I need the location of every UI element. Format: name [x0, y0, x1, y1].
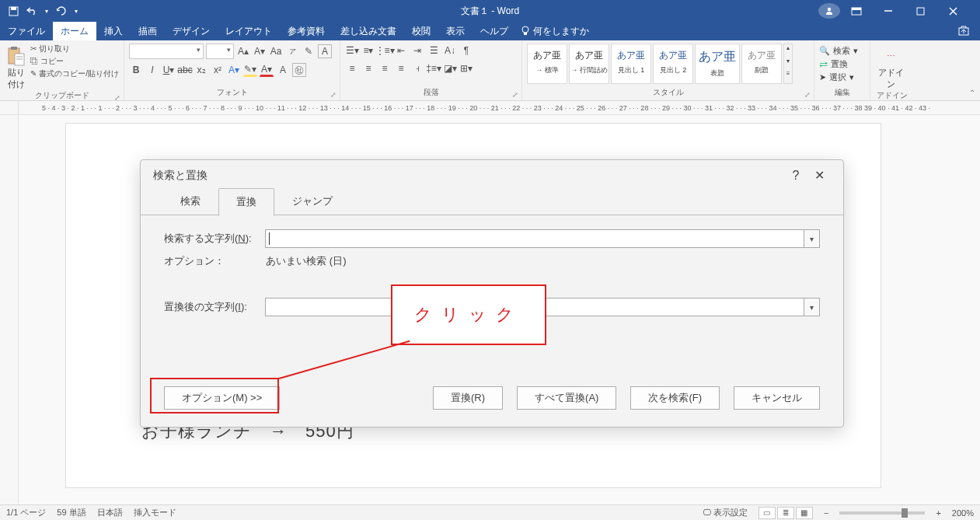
style-subtitle[interactable]: あア亜副題 [741, 44, 782, 84]
print-view-icon[interactable]: ≣ [777, 507, 794, 519]
highlight-icon[interactable]: ✎▾ [243, 63, 257, 77]
style-more-icon[interactable]: ≡ [784, 70, 792, 83]
shading-icon[interactable]: ◪▾ [443, 61, 457, 75]
vertical-ruler[interactable] [0, 115, 19, 504]
text-direction-icon[interactable]: ☰ [427, 44, 441, 58]
italic-icon[interactable]: I [145, 63, 159, 77]
replace-all-button[interactable]: すべて置換(A) [517, 386, 616, 410]
share-button[interactable] [947, 22, 980, 40]
qat-customize-icon[interactable]: ▾ [75, 8, 78, 15]
tab-file[interactable]: ファイル [0, 22, 53, 40]
tab-insert[interactable]: 挿入 [96, 22, 131, 40]
dialog-launcher-icon[interactable]: ⤢ [330, 91, 337, 99]
ribbon-display-icon[interactable] [851, 7, 873, 16]
change-case-icon[interactable]: Aa [269, 44, 283, 58]
tab-help[interactable]: ヘルプ [473, 22, 516, 40]
dialog-launcher-icon[interactable]: ⤢ [512, 91, 518, 99]
align-left-icon[interactable]: ≡ [345, 61, 359, 75]
zoom-out-icon[interactable]: − [824, 508, 828, 518]
tab-draw[interactable]: 描画 [131, 22, 165, 40]
dialog-tab-goto[interactable]: ジャンプ [274, 187, 350, 215]
increase-font-icon[interactable]: A▴ [236, 44, 250, 58]
save-icon[interactable] [8, 5, 19, 16]
format-painter-button[interactable]: ✎ 書式のコピー/貼り付け [30, 68, 119, 79]
collapse-ribbon-icon[interactable]: ⌃ [969, 89, 975, 97]
find-next-button[interactable]: 次を検索(F) [630, 386, 720, 410]
char-border-icon[interactable]: A [318, 44, 332, 58]
char-shading-icon[interactable]: A [276, 63, 290, 77]
word-count[interactable]: 59 単語 [57, 507, 85, 518]
distribute-icon[interactable]: ⫞ [410, 61, 424, 75]
copy-button[interactable]: ⿻ コピー [30, 56, 119, 67]
phonetic-guide-icon[interactable]: ア [285, 44, 299, 58]
increase-indent-icon[interactable]: ⇥ [410, 44, 424, 58]
select-button[interactable]: ➤選択 ▾ [819, 72, 858, 83]
page-count[interactable]: 1/1 ページ [6, 507, 46, 518]
zoom-level[interactable]: 200% [952, 508, 974, 518]
minimize-icon[interactable] [884, 6, 905, 16]
style-down-icon[interactable]: ▾ [784, 58, 792, 71]
close-icon[interactable]: ✕ [807, 168, 831, 183]
web-view-icon[interactable]: ▦ [796, 507, 813, 519]
replace-button[interactable]: ⮂置換 [819, 58, 858, 70]
horizontal-ruler[interactable]: 5 · 4 · 3 · 2 · 1 · · · 1 · · · 2 · · · … [19, 101, 980, 114]
zoom-in-icon[interactable]: + [936, 508, 940, 518]
tab-design[interactable]: デザイン [165, 22, 218, 40]
font-name-combo[interactable] [129, 44, 204, 59]
zoom-slider[interactable] [839, 511, 925, 515]
style-heading2[interactable]: あア亜見出し 2 [653, 44, 693, 84]
font-size-combo[interactable] [206, 44, 234, 59]
bold-icon[interactable]: B [129, 63, 143, 77]
multilist-icon[interactable]: ⋮≡▾ [378, 44, 392, 58]
superscript-icon[interactable]: x² [211, 63, 225, 77]
find-button[interactable]: 🔍検索 ▾ [819, 45, 858, 57]
dialog-tab-find[interactable]: 検索 [162, 187, 218, 215]
strike-icon[interactable]: abc [178, 63, 192, 77]
decrease-font-icon[interactable]: A▾ [253, 44, 267, 58]
tab-references[interactable]: 参考資料 [280, 22, 333, 40]
insert-mode[interactable]: 挿入モード [134, 507, 176, 518]
enclose-char-icon[interactable]: ㊓ [292, 63, 306, 77]
tab-review[interactable]: 校閲 [404, 22, 438, 40]
close-icon[interactable] [949, 7, 971, 16]
style-heading1[interactable]: あア亜見出し 1 [611, 44, 651, 84]
style-normal[interactable]: あア亜→ 標準 [527, 44, 567, 84]
line-spacing-icon[interactable]: ‡≡▾ [427, 61, 441, 75]
cut-button[interactable]: ✂ 切り取り [30, 44, 119, 54]
help-icon[interactable]: ? [784, 169, 807, 183]
tab-mailings[interactable]: 差し込み文書 [333, 22, 404, 40]
dialog-tab-replace[interactable]: 置換 [218, 188, 274, 216]
bullets-icon[interactable]: ☰▾ [345, 44, 359, 58]
text-effects-icon[interactable]: A▾ [227, 63, 241, 77]
undo-dropdown-icon[interactable]: ▾ [45, 8, 48, 15]
redo-icon[interactable] [56, 5, 67, 16]
font-color-icon[interactable]: A▾ [260, 63, 274, 77]
align-center-icon[interactable]: ≡ [361, 61, 375, 75]
clear-format-icon[interactable]: ✎ [302, 44, 316, 58]
read-view-icon[interactable]: ▭ [759, 507, 776, 519]
tab-home[interactable]: ホーム [53, 22, 96, 40]
numbering-icon[interactable]: ≡▾ [361, 44, 375, 58]
maximize-icon[interactable] [916, 7, 938, 16]
sort-icon[interactable]: A↓ [443, 44, 457, 58]
addin-button[interactable]: ⋯ アドイン [875, 44, 906, 90]
tell-me[interactable]: 何をしますか [521, 22, 589, 40]
undo-icon[interactable] [26, 5, 37, 16]
tab-layout[interactable]: レイアウト [218, 22, 280, 40]
find-what-input[interactable]: ▾ [265, 229, 820, 248]
dropdown-icon[interactable]: ▾ [804, 230, 819, 247]
language[interactable]: 日本語 [97, 507, 123, 518]
dialog-launcher-icon[interactable]: ⤢ [804, 91, 811, 99]
align-right-icon[interactable]: ≡ [378, 61, 392, 75]
underline-icon[interactable]: U▾ [162, 63, 176, 77]
justify-icon[interactable]: ≡ [394, 61, 408, 75]
style-title[interactable]: あア亜表題 [695, 44, 740, 84]
decrease-indent-icon[interactable]: ⇤ [394, 44, 408, 58]
borders-icon[interactable]: ⊞▾ [459, 61, 473, 75]
replace-button[interactable]: 置換(R) [433, 386, 503, 410]
cancel-button[interactable]: キャンセル [734, 386, 820, 410]
user-avatar-icon[interactable] [818, 3, 840, 19]
tab-view[interactable]: 表示 [438, 22, 473, 40]
show-marks-icon[interactable]: ¶ [459, 44, 473, 58]
display-settings[interactable]: 🖵 表示設定 [703, 507, 748, 518]
